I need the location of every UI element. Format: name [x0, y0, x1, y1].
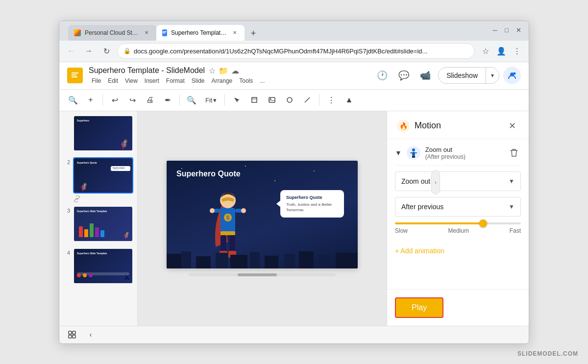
anim-figure-icon [407, 146, 420, 160]
bookmark-button[interactable]: ☆ [479, 44, 492, 58]
undo-button[interactable]: ↩ [107, 92, 122, 108]
trigger-dropdown[interactable]: After previous ▼ [395, 197, 521, 217]
add-animation-button[interactable]: + Add animation [395, 242, 521, 260]
app-logo [67, 68, 83, 83]
shape-tool[interactable] [282, 92, 297, 108]
speed-slider-container [395, 222, 521, 224]
panel-collapse-handle[interactable]: › [431, 170, 440, 194]
menu-arrange[interactable]: Arrange [209, 76, 236, 85]
svg-point-14 [287, 97, 292, 102]
anim-delete-button[interactable] [507, 146, 521, 160]
print-button[interactable]: 🖨 [142, 92, 158, 108]
star-3 [245, 166, 246, 167]
menu-file[interactable]: File [89, 76, 104, 85]
slideshow-button[interactable]: Slideshow ▾ [438, 67, 499, 84]
slide-link-icon [73, 195, 81, 203]
speed-slider-track[interactable] [395, 222, 521, 224]
menu-format[interactable]: Format [163, 76, 188, 85]
maximize-button[interactable]: □ [502, 26, 511, 35]
back-button[interactable]: ← [64, 44, 78, 58]
slide-preview-4[interactable]: Superhero Slide Template ⚔ [73, 248, 133, 287]
anim-expand-chevron[interactable]: ▼ [395, 149, 402, 157]
grid-view-button[interactable] [65, 328, 79, 341]
svg-rect-46 [69, 331, 72, 334]
svg-rect-45 [414, 156, 415, 158]
svg-rect-41 [412, 152, 415, 156]
tab-personal-cloud[interactable]: Personal Cloud Storage & File St... ✕ [68, 25, 156, 41]
zoom-tool-button[interactable]: 🔍 [184, 92, 199, 108]
share-button[interactable] [503, 67, 521, 84]
tab2-close[interactable]: ✕ [231, 29, 239, 37]
cloud-icon[interactable]: ☁ [231, 66, 239, 75]
slide-preview-1[interactable]: Superhero 🦸 [73, 115, 133, 154]
svg-rect-49 [73, 335, 75, 338]
app-area: Superhero Template - SlideModel ☆ 📁 ☁ Fi… [59, 62, 529, 343]
menu-tools[interactable]: Tools [236, 76, 256, 85]
menu-edit[interactable]: Edit [105, 76, 121, 85]
close-button[interactable]: ✕ [514, 26, 523, 35]
star-icon[interactable]: ☆ [209, 66, 216, 75]
slide-num-4: 4 [63, 250, 70, 256]
slide-num-3: 3 [63, 208, 70, 214]
more-button[interactable]: ⋮ [510, 44, 524, 58]
animation-type-dropdown[interactable]: Zoom out ▼ [395, 171, 521, 191]
canvas-scrollbar[interactable] [189, 273, 336, 276]
slide3-hero: 🦸 [122, 231, 130, 239]
slide-3-image: Superhero Slide Template 🦸 [74, 207, 132, 241]
slide-thumb-2[interactable]: 2 Superhero Quote Superhero Quote Truth … [63, 157, 133, 203]
app-toolbar: 🔍 + ↩ ↪ 🖨 ✒ 🔍 Fit ▾ [59, 90, 529, 111]
speech-bubble: Superhero Quote Truth, Justice and a Bet… [280, 190, 344, 218]
collapse-panel-button[interactable]: ‹ [84, 328, 98, 341]
folder-icon[interactable]: 📁 [219, 66, 228, 75]
menu-more[interactable]: ... [257, 76, 268, 85]
lock-icon: 🔒 [123, 48, 131, 54]
speed-fast-label: Fast [510, 227, 521, 234]
slide-canvas[interactable]: Superhero Quote [167, 161, 358, 268]
expand-toolbar[interactable]: ▲ [341, 92, 357, 108]
tab-superhero[interactable]: Superhero Template - SlideMode... ✕ [156, 25, 245, 41]
menu-slide[interactable]: Slide [189, 76, 208, 85]
main-content: Superhero 🦸 2 Superhero Quote Supe [59, 111, 529, 326]
slideshow-dropdown-arrow[interactable]: ▾ [486, 68, 499, 83]
speed-slider-thumb[interactable] [479, 219, 487, 227]
address-bar[interactable]: 🔒 docs.google.com/presentation/d/1Us6z2h… [117, 43, 475, 59]
address-text: docs.google.com/presentation/d/1Us6z2hQT… [134, 48, 468, 55]
line-tool[interactable] [299, 92, 315, 108]
more-tools[interactable]: ⋮ [323, 92, 339, 108]
slide2-quote-text: Superhero Quote [77, 161, 97, 164]
forward-button[interactable]: → [82, 44, 96, 58]
canvas-scrollbar-thumb[interactable] [238, 273, 277, 276]
redo-button[interactable]: ↪ [124, 92, 140, 108]
reload-button[interactable]: ↻ [99, 44, 113, 58]
slide-preview-3[interactable]: Superhero Slide Template 🦸 [73, 206, 133, 245]
crop-tool[interactable] [246, 92, 262, 108]
profile-button[interactable]: 👤 [494, 44, 508, 58]
tabs-bar: Personal Cloud Storage & File St... ✕ Su… [64, 21, 260, 41]
comment-button[interactable]: 💬 [395, 67, 413, 84]
slide-preview-2[interactable]: Superhero Quote Superhero Quote Truth Ju… [73, 157, 133, 194]
menu-insert[interactable]: Insert [142, 76, 162, 85]
zoom-dropdown[interactable]: Fit ▾ [201, 95, 220, 106]
new-tab-button[interactable]: + [246, 27, 260, 41]
play-button[interactable]: Play [395, 297, 443, 318]
minimize-button[interactable]: ─ [490, 26, 499, 35]
select-tool[interactable] [229, 92, 245, 108]
slide-thumb-3[interactable]: 3 Superhero Slide Template 🦸 [63, 206, 133, 245]
slide-thumb-4[interactable]: 4 Superhero Slide Template ⚔ [63, 248, 133, 287]
tab1-close[interactable]: ✕ [143, 29, 150, 37]
slide-thumb-1[interactable]: Superhero 🦸 [63, 115, 133, 154]
menu-view[interactable]: View [122, 76, 141, 85]
image-tool[interactable] [264, 92, 280, 108]
svg-rect-42 [410, 152, 412, 153]
add-button[interactable]: + [83, 92, 98, 108]
svg-rect-22 [220, 231, 235, 235]
motion-close-button[interactable]: ✕ [505, 119, 519, 133]
svg-rect-38 [318, 255, 331, 268]
zoom-in-button[interactable]: 🔍 [65, 92, 81, 108]
history-button[interactable]: 🕐 [373, 67, 391, 84]
slideshow-label[interactable]: Slideshow [439, 68, 486, 83]
paint-button[interactable]: ✒ [160, 92, 175, 108]
video-button[interactable]: 📹 [416, 67, 434, 84]
tab2-favicon [162, 29, 167, 36]
window-controls: ─ □ ✕ [490, 26, 523, 35]
